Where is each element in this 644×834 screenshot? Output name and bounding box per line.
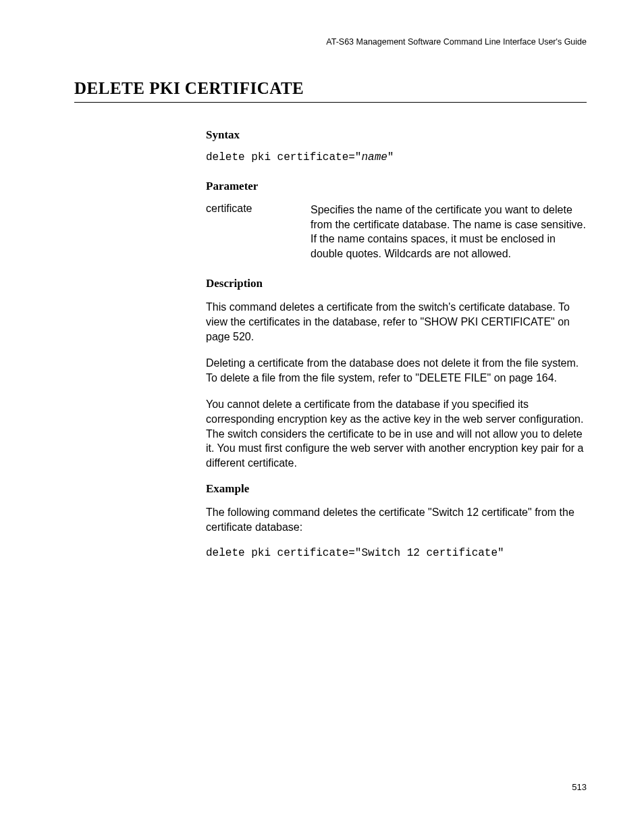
content-area: Syntax delete pki certificate="name" Par…: [206, 128, 587, 559]
parameter-heading: Parameter: [206, 180, 587, 193]
syntax-heading: Syntax: [206, 128, 587, 142]
header-guide-title: AT-S63 Management Software Command Line …: [74, 37, 587, 47]
syntax-prefix: delete pki certificate=": [206, 151, 361, 163]
example-command: delete pki certificate="Switch 12 certif…: [206, 547, 587, 559]
parameter-name: certificate: [206, 203, 311, 261]
page-number: 513: [572, 782, 587, 792]
parameter-row: certificate Specifies the name of the ce…: [206, 203, 587, 261]
description-para-3: You cannot delete a certificate from the…: [206, 397, 587, 470]
syntax-suffix: ": [387, 151, 394, 163]
example-heading: Example: [206, 482, 587, 496]
page-title: DELETE PKI CERTIFICATE: [74, 79, 587, 103]
description-heading: Description: [206, 277, 587, 290]
syntax-command: delete pki certificate="name": [206, 151, 587, 163]
syntax-param: name: [361, 151, 387, 163]
description-para-1: This command deletes a certificate from …: [206, 300, 587, 344]
parameter-description: Specifies the name of the certificate yo…: [311, 203, 587, 261]
example-intro: The following command deletes the certif…: [206, 505, 587, 534]
description-para-2: Deleting a certificate from the database…: [206, 356, 587, 385]
